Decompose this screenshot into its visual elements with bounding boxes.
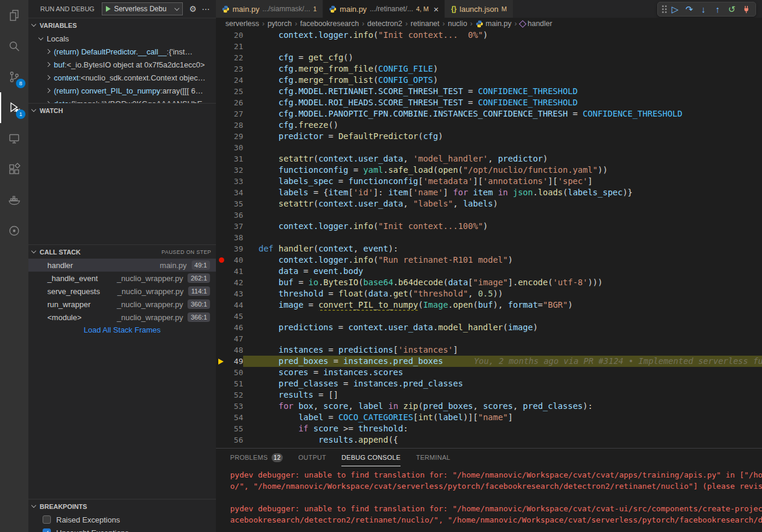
panel-tab-terminal[interactable]: TERMINAL [416, 449, 450, 466]
code-content[interactable]: if score >= threshold: [243, 423, 762, 434]
code-content[interactable]: cfg.freeze() [243, 120, 762, 131]
code-content[interactable]: threshold = float(data.get("threshold", … [243, 288, 762, 299]
editor-tab[interactable]: main.py.../retinanet/...4, M× [323, 0, 445, 18]
breakpoint-margin[interactable] [216, 209, 228, 221]
more-actions-icon[interactable]: ⋯ [199, 4, 212, 14]
code-content[interactable]: pred_boxes = instances.pred_boxesYou, 2 … [243, 356, 762, 367]
step-over-button[interactable]: ↷ [683, 3, 696, 16]
code-content[interactable] [243, 41, 762, 52]
breakpoint-margin[interactable] [216, 97, 228, 108]
breakpoint-margin[interactable] [216, 75, 228, 86]
breadcrumb-item[interactable]: nuclio [448, 20, 467, 28]
close-icon[interactable]: × [434, 4, 439, 14]
explorer-icon[interactable] [0, 0, 28, 31]
panel-tab-problems[interactable]: PROBLEMS12 [230, 449, 283, 466]
code-editor[interactable]: 20 context.logger.info("Init context... … [216, 30, 762, 448]
breakpoint-margin[interactable] [216, 322, 228, 333]
breakpoint-margin[interactable] [216, 165, 228, 176]
run-debug-icon[interactable]: 1 [0, 92, 28, 123]
call-stack-section-header[interactable]: CALL STACK PAUSED ON STEP [28, 244, 216, 259]
code-content[interactable] [243, 142, 762, 153]
breakpoint-margin[interactable] [216, 221, 228, 232]
code-content[interactable] [243, 232, 762, 243]
editor-tab[interactable]: main.py.../siammask/...1 [216, 0, 323, 18]
breakpoint-margin[interactable] [216, 288, 228, 299]
variables-section-header[interactable]: VARIABLES [28, 18, 216, 32]
continue-button[interactable]: ▷ [669, 3, 682, 16]
breadcrumb-item[interactable]: serverless [225, 20, 259, 28]
code-content[interactable] [243, 209, 762, 221]
load-all-stack-frames-link[interactable]: Load All Stack Frames [28, 324, 216, 337]
code-content[interactable]: for box, score, label in zip(pred_boxes,… [243, 401, 762, 412]
circle-icon[interactable] [0, 215, 28, 246]
breakpoint-margin[interactable] [216, 41, 228, 52]
code-content[interactable]: image = convert_PIL_to_numpy(Image.open(… [243, 299, 762, 311]
step-out-button[interactable]: ↑ [711, 3, 724, 16]
code-content[interactable]: cfg.MODEL.PANOPTIC_FPN.COMBINE.INSTANCES… [243, 108, 762, 120]
checkbox[interactable]: ✓ [43, 528, 51, 532]
breakpoint-margin[interactable] [216, 198, 228, 209]
start-debug-icon[interactable] [106, 6, 111, 12]
panel-tab-output[interactable]: OUTPUT [298, 449, 326, 466]
code-content[interactable]: cfg.MODEL.RETINANET.SCORE_THRESH_TEST = … [243, 86, 762, 97]
breadcrumb-item[interactable]: detectron2 [367, 20, 402, 28]
breadcrumb-item[interactable]: facebookresearch [300, 20, 359, 28]
step-into-button[interactable]: ↓ [697, 3, 710, 16]
extensions-icon[interactable] [0, 154, 28, 185]
variable-row[interactable]: (return) DefaultPredictor.__call__: {'in… [28, 45, 216, 58]
code-content[interactable] [243, 311, 762, 322]
breakpoint-margin[interactable] [216, 232, 228, 243]
code-content[interactable]: labels_spec = functionconfig['metadata']… [243, 176, 762, 187]
breakpoint-margin[interactable] [216, 333, 228, 344]
stack-frame[interactable]: run_wrapper_nuclio_wrapper.py360:1 [28, 298, 216, 311]
panel-tab-debug-console[interactable]: DEBUG CONSOLE [341, 449, 401, 466]
breakpoint-margin[interactable] [216, 52, 228, 63]
drag-handle-icon[interactable] [662, 8, 664, 10]
breakpoints-section-header[interactable]: BREAKPOINTS [28, 499, 216, 513]
gear-icon[interactable]: ⚙ [186, 4, 199, 14]
code-content[interactable]: context.logger.info("Init context...100%… [243, 221, 762, 232]
breadcrumb-item[interactable]: retinanet [411, 20, 440, 28]
breakpoint-margin[interactable] [216, 299, 228, 311]
variable-row[interactable]: (return) convert_PIL_to_numpy: array([[[… [28, 84, 216, 97]
variable-row[interactable]: data: {'image': 'iVBORw0KGgoAAAANSUhE… [28, 97, 216, 103]
remote-explorer-icon[interactable] [0, 123, 28, 154]
breakpoint-margin[interactable] [216, 389, 228, 401]
source-control-icon[interactable]: 8 [0, 62, 28, 92]
code-content[interactable]: cfg.merge_from_list(CONFIG_OPTS) [243, 75, 762, 86]
breakpoint-margin[interactable] [216, 367, 228, 378]
code-content[interactable]: cfg.MODEL.ROI_HEADS.SCORE_THRESH_TEST = … [243, 97, 762, 108]
code-content[interactable]: label = COCO_CATEGORIES[int(label)]["nam… [243, 412, 762, 423]
code-content[interactable]: results.append({ [243, 434, 762, 446]
code-content[interactable]: instances = predictions['instances'] [243, 344, 762, 356]
disconnect-button[interactable] [740, 3, 753, 16]
stack-frame[interactable]: _handle_event_nuclio_wrapper.py262:1 [28, 272, 216, 285]
variable-row[interactable]: buf: <_io.BytesIO object at 0x7f5a2dc1ec… [28, 58, 216, 71]
breakpoint-margin[interactable] [216, 434, 228, 446]
breakpoint-margin[interactable] [216, 108, 228, 120]
code-content[interactable]: context.logger.info("Run retinanet-R101 … [243, 254, 762, 266]
checkbox[interactable] [43, 515, 51, 524]
code-content[interactable]: def handler(context, event): [243, 243, 762, 254]
code-content[interactable]: cfg = get_cfg() [243, 52, 762, 63]
breadcrumb-item[interactable]: main.py [476, 20, 512, 28]
code-content[interactable]: predictions = context.user_data.model_ha… [243, 322, 762, 333]
search-icon[interactable] [0, 31, 28, 62]
restart-button[interactable]: ↺ [725, 3, 738, 16]
code-content[interactable]: pred_classes = instances.pred_classes [243, 378, 762, 389]
stack-frame[interactable]: <module>_nuclio_wrapper.py366:1 [28, 311, 216, 324]
breakpoint-margin[interactable] [216, 254, 228, 266]
code-content[interactable]: data = event.body [243, 266, 762, 277]
code-content[interactable] [243, 333, 762, 344]
code-content[interactable]: scores = instances.scores [243, 367, 762, 378]
editor-tab[interactable]: {}launch.jsonM [445, 0, 513, 18]
scope-locals[interactable]: Locals [28, 32, 216, 45]
breakpoint-margin[interactable] [216, 86, 228, 97]
breakpoint-margin[interactable] [216, 131, 228, 142]
stack-frame[interactable]: handlermain.py49:1 [28, 259, 216, 272]
breakpoint-margin[interactable] [216, 311, 228, 322]
code-content[interactable]: functionconfig = yaml.safe_load(open("/o… [243, 165, 762, 176]
breakpoint-margin[interactable] [216, 153, 228, 165]
code-content[interactable]: results = [] [243, 389, 762, 401]
breadcrumb-item[interactable]: pytorch [267, 20, 292, 28]
